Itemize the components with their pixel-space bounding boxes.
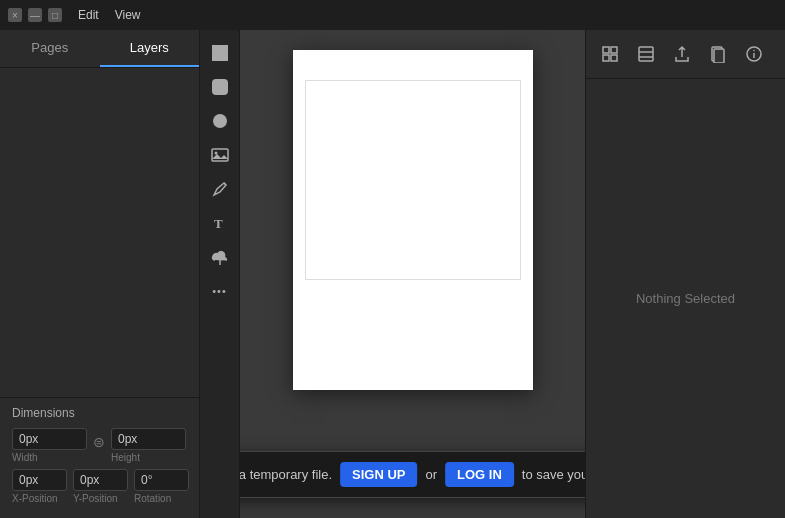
close-button[interactable]: × bbox=[8, 8, 22, 22]
nothing-selected: Nothing Selected bbox=[586, 79, 785, 518]
svg-rect-0 bbox=[212, 45, 228, 61]
icon-toolbar: T ••• bbox=[200, 30, 240, 518]
grid-view-button[interactable] bbox=[594, 38, 626, 70]
pages-view-button[interactable] bbox=[702, 38, 734, 70]
svg-line-5 bbox=[224, 183, 226, 185]
svg-rect-15 bbox=[714, 49, 724, 63]
right-panel: Nothing Selected bbox=[585, 30, 785, 518]
svg-rect-8 bbox=[611, 47, 617, 53]
signup-button[interactable]: SIGN UP bbox=[340, 462, 417, 487]
toast-message: This is a temporary file. bbox=[240, 467, 332, 482]
titlebar: × — □ Edit View bbox=[0, 0, 785, 30]
height-label: Height bbox=[111, 452, 186, 463]
svg-point-18 bbox=[753, 50, 755, 52]
text-tool[interactable]: T bbox=[205, 208, 235, 238]
toast-or: or bbox=[426, 467, 438, 482]
width-label: Width bbox=[12, 452, 87, 463]
ypos-wrap: Y-Position bbox=[73, 469, 128, 504]
panel-content bbox=[0, 68, 199, 397]
login-button[interactable]: LOG IN bbox=[445, 462, 514, 487]
xpos-input[interactable] bbox=[12, 469, 67, 491]
height-input[interactable] bbox=[111, 428, 186, 450]
ypos-input[interactable] bbox=[73, 469, 128, 491]
export-button[interactable] bbox=[666, 38, 698, 70]
width-wrap: Width bbox=[12, 428, 87, 463]
svg-rect-9 bbox=[603, 55, 609, 61]
edit-menu[interactable]: Edit bbox=[78, 8, 99, 22]
maximize-button[interactable]: □ bbox=[48, 8, 62, 22]
panel-tabs: Pages Layers bbox=[0, 30, 199, 68]
dimensions-section: Dimensions Width ⊜ Height X-Position bbox=[0, 397, 199, 518]
width-input[interactable] bbox=[12, 428, 87, 450]
xpos-label: X-Position bbox=[12, 493, 67, 504]
rectangle-tool[interactable] bbox=[205, 38, 235, 68]
svg-rect-7 bbox=[603, 47, 609, 53]
more-tools[interactable]: ••• bbox=[205, 276, 235, 306]
lock-icon: ⊜ bbox=[93, 434, 105, 450]
tab-layers[interactable]: Layers bbox=[100, 30, 200, 67]
svg-rect-3 bbox=[212, 149, 228, 161]
layers-view-button[interactable] bbox=[630, 38, 662, 70]
right-toolbar bbox=[586, 30, 785, 79]
left-panel: Pages Layers Dimensions Width ⊜ Height bbox=[0, 30, 200, 518]
svg-rect-1 bbox=[212, 79, 228, 95]
upload-tool[interactable] bbox=[205, 242, 235, 272]
canvas-area[interactable]: This is a temporary file. SIGN UP or LOG… bbox=[240, 30, 585, 518]
svg-point-2 bbox=[213, 114, 227, 128]
height-wrap: Height bbox=[111, 428, 186, 463]
toast-bar: This is a temporary file. SIGN UP or LOG… bbox=[240, 451, 585, 498]
pen-tool[interactable] bbox=[205, 174, 235, 204]
menu-bar: Edit View bbox=[78, 8, 140, 22]
rotation-label: Rotation bbox=[134, 493, 189, 504]
window-controls[interactable]: × — □ bbox=[8, 8, 62, 22]
rounded-rect-tool[interactable] bbox=[205, 72, 235, 102]
position-rotation-row: X-Position Y-Position Rotation bbox=[12, 469, 187, 504]
svg-rect-10 bbox=[611, 55, 617, 61]
rotation-wrap: Rotation bbox=[134, 469, 189, 504]
svg-rect-11 bbox=[639, 47, 653, 61]
svg-text:T: T bbox=[214, 216, 223, 231]
toast-suffix: to save your work. bbox=[522, 467, 585, 482]
canvas-page bbox=[293, 50, 533, 390]
info-button[interactable] bbox=[738, 38, 770, 70]
circle-tool[interactable] bbox=[205, 106, 235, 136]
width-height-row: Width ⊜ Height bbox=[12, 428, 187, 463]
image-tool[interactable] bbox=[205, 140, 235, 170]
view-menu[interactable]: View bbox=[115, 8, 141, 22]
tab-pages[interactable]: Pages bbox=[0, 30, 100, 67]
xpos-wrap: X-Position bbox=[12, 469, 67, 504]
ypos-label: Y-Position bbox=[73, 493, 128, 504]
minimize-button[interactable]: — bbox=[28, 8, 42, 22]
rotation-input[interactable] bbox=[134, 469, 189, 491]
main-layout: Pages Layers Dimensions Width ⊜ Height bbox=[0, 30, 785, 518]
canvas-page-inner bbox=[305, 80, 521, 280]
dimensions-title: Dimensions bbox=[12, 406, 187, 420]
